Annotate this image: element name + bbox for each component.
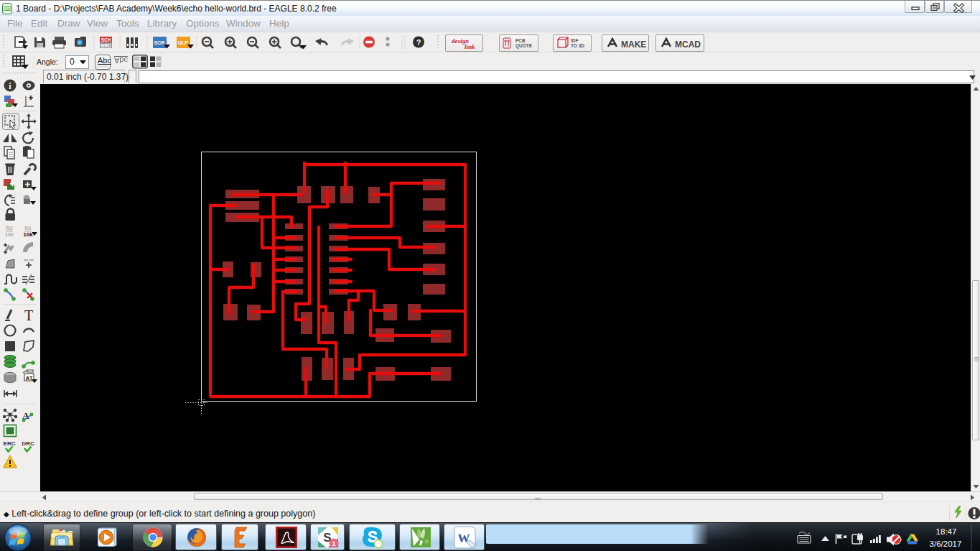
svg-text:ERC: ERC: [4, 440, 16, 447]
svg-text:ULP: ULP: [178, 40, 188, 45]
svg-text:DRC: DRC: [22, 440, 34, 447]
svg-text:SCH: SCH: [101, 37, 111, 42]
svg-text:IDF: IDF: [571, 38, 579, 43]
svg-text:10k: 10k: [5, 231, 14, 238]
svg-text:TO 3D: TO 3D: [571, 43, 584, 48]
svg-text:10k: 10k: [23, 231, 33, 238]
svg-text:W: W: [458, 532, 470, 545]
svg-text:T: T: [24, 307, 33, 323]
svg-text:R2: R2: [6, 225, 13, 231]
svg-text:BRD: BRD: [101, 43, 111, 48]
svg-text:1: 1: [332, 540, 335, 547]
svg-text:SCR: SCR: [154, 40, 165, 45]
svg-text:18:47: 18:47: [936, 527, 957, 536]
svg-text:PCB: PCB: [515, 38, 526, 43]
svg-text:3/6/2017: 3/6/2017: [930, 540, 962, 548]
svg-text:BRD: BRD: [4, 7, 11, 11]
svg-text:link: link: [465, 43, 475, 50]
svg-text:MAKE: MAKE: [621, 40, 646, 50]
svg-text:MCAD: MCAD: [675, 40, 701, 50]
svg-text:R2: R2: [24, 225, 32, 231]
svg-text:QUOTE: QUOTE: [515, 43, 533, 49]
svg-text:?: ?: [416, 38, 421, 47]
svg-text:AT: AT: [25, 375, 32, 381]
